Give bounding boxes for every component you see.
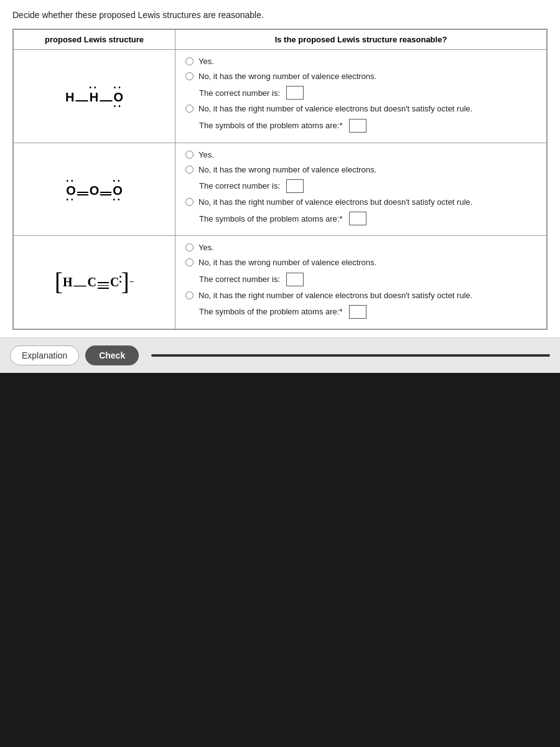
structure-cell-3: [ H — — [14, 236, 175, 329]
radio-option: No, it has the right number of valence e… — [185, 197, 536, 208]
radio-option: No, it has the wrong number of valence e… — [185, 71, 536, 82]
table-row: [ H — — [14, 236, 547, 329]
option-text: No, it has the right number of valence e… — [198, 197, 472, 208]
radio-option: Yes. — [185, 242, 536, 253]
radio-option: Yes. — [185, 149, 536, 161]
bottom-bar: Explanation Check — [0, 337, 560, 373]
table-row: •• O •• — [14, 143, 547, 236]
radio-option: No, it has the right number of valence e… — [185, 290, 536, 301]
problem-atoms-input-1[interactable] — [349, 119, 366, 133]
sub-label: The symbols of the problem atoms are:* — [199, 214, 343, 223]
options-cell-1: Yes. No, it has the wrong number of vale… — [175, 50, 547, 143]
problem-atoms-input-3[interactable] — [349, 305, 366, 319]
sub-option: The symbols of the problem atoms are:* — [199, 305, 536, 319]
correct-number-input-1[interactable] — [286, 86, 304, 100]
options-cell-3: Yes. No, it has the wrong number of vale… — [175, 236, 547, 329]
charge-label: − — [129, 277, 134, 287]
structure-cell-1: H — •• H — [14, 50, 175, 143]
radio-yes-2[interactable] — [185, 151, 194, 159]
col1-header: proposed Lewis structure — [14, 30, 175, 50]
option-text: No, it has the right number of valence e… — [198, 290, 472, 301]
option-text: No, it has the wrong number of valence e… — [198, 257, 376, 268]
sub-option: The correct number is: — [199, 86, 536, 100]
option-text: No, it has the wrong number of valence e… — [198, 164, 376, 176]
options-cell-2: Yes. No, it has the wrong number of vale… — [175, 143, 547, 236]
question-text: Decide whether these proposed Lewis stru… — [12, 10, 548, 20]
sub-label: The correct number is: — [199, 88, 280, 98]
correct-number-input-2[interactable] — [286, 179, 304, 193]
sub-label: The symbols of the problem atoms are:* — [199, 121, 343, 130]
sub-option: The correct number is: — [199, 273, 536, 286]
table-row: H — •• H — [14, 50, 547, 143]
sub-label: The correct number is: — [199, 275, 280, 284]
sub-label: The correct number is: — [199, 181, 280, 190]
option-text: No, it has the wrong number of valence e… — [198, 71, 376, 82]
progress-bar — [151, 354, 550, 357]
sub-label: The symbols of the problem atoms are:* — [199, 307, 343, 316]
sub-option: The symbols of the problem atoms are:* — [199, 212, 536, 225]
radio-octet-1[interactable] — [185, 105, 194, 113]
option-text: No, it has the right number of valence e… — [198, 103, 472, 115]
radio-yes-3[interactable] — [185, 243, 194, 251]
radio-option: No, it has the wrong number of valence e… — [185, 257, 536, 268]
main-table: proposed Lewis structure Is the proposed… — [12, 29, 548, 330]
radio-octet-2[interactable] — [185, 198, 194, 206]
bracket-right-icon: ] — [121, 270, 129, 294]
radio-wrong-count-2[interactable] — [185, 166, 194, 174]
radio-yes-1[interactable] — [185, 57, 194, 65]
option-text: Yes. — [198, 56, 214, 67]
sub-option: The symbols of the problem atoms are:* — [199, 119, 536, 133]
radio-octet-3[interactable] — [185, 291, 194, 299]
radio-option: Yes. — [185, 56, 536, 67]
radio-wrong-count-1[interactable] — [185, 72, 194, 80]
problem-atoms-input-2[interactable] — [349, 212, 366, 225]
radio-wrong-count-3[interactable] — [185, 258, 194, 266]
check-button[interactable]: Check — [85, 345, 139, 365]
option-text: Yes. — [198, 242, 214, 253]
sub-option: The correct number is: — [199, 179, 536, 193]
structure-cell-2: •• O •• — [14, 143, 175, 236]
structure-hcc: [ H — — [55, 270, 134, 294]
option-text: Yes. — [198, 149, 214, 161]
col2-header: Is the proposed Lewis structure reasonab… — [175, 30, 547, 50]
dark-background — [0, 373, 560, 672]
bracket-left-icon: [ — [55, 270, 63, 294]
explanation-button[interactable]: Explanation — [10, 345, 79, 365]
correct-number-input-3[interactable] — [286, 273, 304, 286]
radio-option: No, it has the right number of valence e… — [185, 103, 536, 115]
radio-option: No, it has the wrong number of valence e… — [185, 164, 536, 176]
